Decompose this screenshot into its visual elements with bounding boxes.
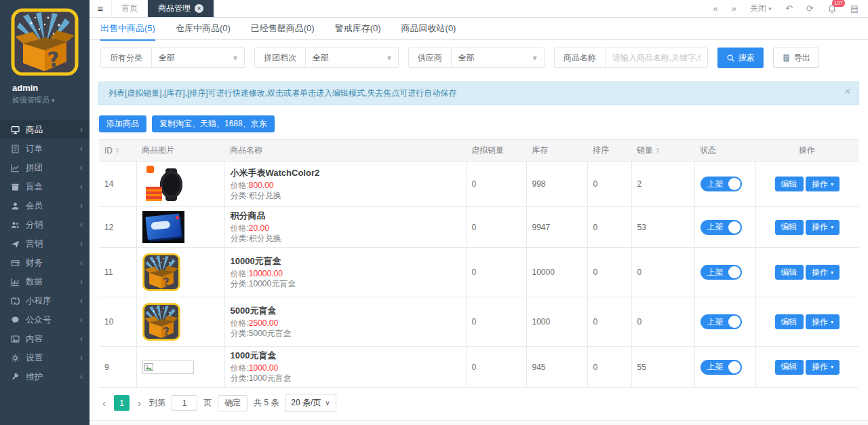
sidebar-item-内容[interactable]: 内容 ‹ bbox=[0, 329, 90, 348]
role-dropdown[interactable]: 超级管理员 ▾ bbox=[12, 95, 90, 105]
stock-cell[interactable]: 10000 bbox=[526, 248, 587, 297]
edit-button[interactable]: 编辑 bbox=[775, 177, 804, 191]
sales-cell: 55 bbox=[631, 347, 694, 388]
status-toggle[interactable]: 上架 bbox=[701, 177, 742, 191]
actions-cell: 编辑 操作▾ bbox=[755, 248, 859, 297]
content-icon bbox=[11, 335, 20, 344]
hamburger-icon[interactable]: ≡ bbox=[90, 0, 111, 17]
tab-已经售罄商品(0)[interactable]: 已经售罄商品(0) bbox=[251, 18, 315, 40]
close-tab-icon[interactable]: ✕ bbox=[195, 4, 203, 13]
prev-page-icon[interactable]: ‹ bbox=[100, 397, 108, 409]
category-filter-value[interactable]: 全部 bbox=[152, 48, 232, 67]
add-product-button[interactable]: 添加商品 bbox=[99, 115, 146, 132]
stock-cell[interactable]: 1000 bbox=[526, 297, 587, 347]
edit-button[interactable]: 编辑 bbox=[775, 220, 804, 235]
back-icon[interactable]: ↶ bbox=[785, 4, 793, 13]
search-button[interactable]: 搜索 bbox=[717, 48, 764, 68]
virtual-sales-cell[interactable]: 0 bbox=[466, 162, 526, 207]
sort-cell[interactable]: 0 bbox=[587, 162, 631, 207]
refresh-icon[interactable]: ⟳ bbox=[806, 4, 814, 13]
col-销量: 销量▲▼ bbox=[631, 140, 694, 162]
sidebar-item-公众号[interactable]: 公众号 ‹ bbox=[0, 310, 90, 329]
scroll-left-icon[interactable]: « bbox=[713, 4, 718, 13]
sidebar-item-财务[interactable]: 财务 ‹ bbox=[0, 253, 90, 272]
sidebar-item-盲盒[interactable]: 盲盒 ‹ bbox=[0, 177, 90, 196]
edit-button[interactable]: 编辑 bbox=[775, 314, 804, 329]
supplier-filter-value[interactable]: 全部 bbox=[452, 48, 532, 67]
chevron-left-icon: ‹ bbox=[80, 373, 83, 381]
stock-cell[interactable]: 945 bbox=[526, 347, 587, 388]
caret-down-icon[interactable]: ▼ bbox=[232, 48, 244, 67]
goto-confirm-button[interactable]: 确定 bbox=[218, 395, 248, 411]
virtual-sales-cell[interactable]: 0 bbox=[466, 207, 526, 248]
toolbar: 添加商品 复制淘宝、天猫、1688、京东 bbox=[90, 114, 868, 139]
window-tab-product-management[interactable]: 商品管理 ✕ bbox=[148, 0, 214, 17]
sidebar-item-维护[interactable]: 维护 ‹ bbox=[0, 367, 90, 386]
window-tab-home[interactable]: 首页 bbox=[111, 0, 148, 17]
virtual-sales-cell[interactable]: 0 bbox=[466, 297, 526, 347]
export-button[interactable]: 导出 bbox=[773, 48, 819, 68]
sidebar-item-label: 数据 bbox=[26, 276, 74, 288]
product-name-input[interactable] bbox=[606, 48, 707, 67]
goto-page-input[interactable] bbox=[172, 395, 197, 411]
status-toggle[interactable]: 上架 bbox=[701, 220, 742, 235]
product-name: 5000元盲盒 bbox=[231, 306, 460, 316]
sidebar-item-label: 维护 bbox=[26, 371, 74, 383]
sort-cell[interactable]: 0 bbox=[587, 207, 631, 248]
sort-cell[interactable]: 0 bbox=[587, 297, 631, 347]
alert-close-icon[interactable]: ✕ bbox=[844, 87, 851, 96]
per-page-select[interactable]: 20 条/页 ∨ bbox=[285, 394, 336, 412]
copy-product-button[interactable]: 复制淘宝、天猫、1688、京东 bbox=[152, 115, 275, 132]
layout-menu-icon[interactable]: ▤ bbox=[850, 4, 859, 13]
notification-bell-icon[interactable]: 107 bbox=[827, 4, 837, 14]
status-cell: 上架 bbox=[694, 162, 755, 207]
sort-icon[interactable]: ▲▼ bbox=[115, 147, 119, 154]
row-action-button[interactable]: 操作▾ bbox=[806, 265, 840, 280]
edit-button[interactable]: 编辑 bbox=[775, 265, 804, 280]
caret-down-icon[interactable]: ▼ bbox=[532, 48, 544, 67]
product-image-watch bbox=[142, 165, 186, 203]
caret-down-icon: ▾ bbox=[831, 364, 833, 370]
chevron-left-icon: ‹ bbox=[80, 297, 83, 305]
sidebar-item-分销[interactable]: 分销 ‹ bbox=[0, 215, 90, 234]
sort-cell[interactable]: 0 bbox=[587, 248, 631, 297]
row-action-button[interactable]: 操作▾ bbox=[806, 314, 840, 329]
virtual-sales-cell[interactable]: 0 bbox=[466, 347, 526, 388]
status-cell: 上架 bbox=[694, 248, 755, 297]
status-toggle[interactable]: 上架 bbox=[701, 265, 742, 280]
close-tabs-dropdown[interactable]: 关闭 ▾ bbox=[750, 3, 772, 14]
row-action-button[interactable]: 操作▾ bbox=[806, 220, 840, 235]
scroll-right-icon[interactable]: » bbox=[732, 4, 736, 13]
stock-cell[interactable]: 998 bbox=[526, 162, 587, 207]
sidebar-item-数据[interactable]: 数据 ‹ bbox=[0, 272, 90, 291]
sidebar-item-设置[interactable]: 设置 ‹ bbox=[0, 348, 90, 367]
tab-仓库中商品(0)[interactable]: 仓库中商品(0) bbox=[176, 18, 231, 40]
status-toggle[interactable]: 上架 bbox=[701, 314, 742, 329]
col-排序: 排序 bbox=[587, 140, 631, 162]
sidebar-item-订单[interactable]: 订单 ‹ bbox=[0, 139, 90, 158]
current-page-button[interactable]: 1 bbox=[114, 395, 130, 411]
stock-cell[interactable]: 9947 bbox=[526, 207, 587, 248]
chevron-left-icon: ‹ bbox=[80, 354, 83, 362]
row-action-button[interactable]: 操作▾ bbox=[806, 177, 840, 191]
caret-down-icon[interactable]: ▼ bbox=[386, 48, 398, 67]
sort-cell[interactable]: 0 bbox=[587, 347, 631, 388]
chevron-left-icon: ‹ bbox=[80, 221, 83, 229]
group-level-filter-value[interactable]: 全部 bbox=[306, 48, 386, 67]
edit-button[interactable]: 编辑 bbox=[775, 360, 804, 375]
status-toggle[interactable]: 上架 bbox=[701, 360, 742, 375]
col-库存: 库存 bbox=[526, 140, 587, 162]
sidebar-item-会员[interactable]: 会员 ‹ bbox=[0, 196, 90, 215]
sort-icon[interactable]: ▲▼ bbox=[656, 147, 660, 154]
row-action-button[interactable]: 操作▾ bbox=[806, 360, 840, 375]
virtual-sales-cell[interactable]: 0 bbox=[466, 248, 526, 297]
topbar-actions: « » 关闭 ▾ ↶ ⟳ 107 ▤ bbox=[713, 0, 868, 17]
tab-警戒库存(0)[interactable]: 警戒库存(0) bbox=[335, 18, 381, 40]
tab-出售中商品(5)[interactable]: 出售中商品(5) bbox=[100, 18, 155, 40]
tab-商品回收站(0)[interactable]: 商品回收站(0) bbox=[401, 18, 456, 40]
sidebar-item-拼团[interactable]: 拼团 ‹ bbox=[0, 158, 90, 177]
next-page-icon[interactable]: › bbox=[136, 397, 143, 409]
sidebar-item-商品[interactable]: 商品 ‹ bbox=[0, 120, 90, 139]
sidebar-item-小程序[interactable]: 小程序 ‹ bbox=[0, 291, 90, 310]
sidebar-item-营销[interactable]: 营销 ‹ bbox=[0, 234, 90, 253]
